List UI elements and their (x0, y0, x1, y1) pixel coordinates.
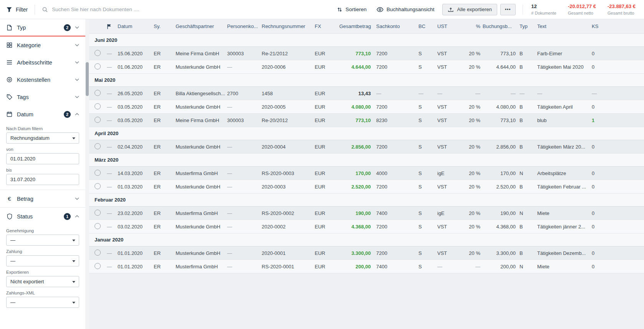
nach-datum-filtern-label: Nach Datum filtern (6, 126, 79, 131)
stat-dokumente: 12 # Dokumente (531, 3, 556, 15)
table-row[interactable]: —03.05.2020ERMeine Firma GmbH300003Re-20… (89, 114, 644, 127)
summary-stats: 12 # Dokumente -20.012,77 € Gesamt netto… (531, 3, 636, 15)
scrollbar-thumb[interactable] (86, 62, 89, 96)
sidebar-section-status[interactable]: Status1 (0, 208, 85, 225)
cell-fx: EUR (315, 104, 339, 110)
table-row[interactable]: —26.05.2020ERBilla Aktiengesellsch...270… (89, 87, 644, 100)
cell-bbetrag: 773,10 (483, 117, 520, 123)
search-input[interactable] (52, 7, 327, 12)
genehmigung-select[interactable]: — (6, 235, 79, 246)
column-header-typ[interactable]: Typ (520, 23, 537, 29)
row-select-radio[interactable] (95, 117, 101, 123)
filter-button[interactable]: Filter (6, 7, 28, 13)
von-input[interactable] (10, 156, 75, 162)
column-header-ks[interactable]: KS (592, 23, 644, 29)
genehmigung-label: Genehmigung (6, 228, 79, 233)
cell-sy: ER (154, 224, 176, 230)
cell-ks: 0 (592, 224, 644, 230)
sidebar-section-betrag[interactable]: €Betrag (0, 190, 85, 207)
zahlung-select[interactable]: — (6, 255, 79, 266)
group-header: März 2020 (89, 154, 644, 167)
table-row[interactable]: —03.05.2020ERMusterkunde GmbH—2020-0005E… (89, 100, 644, 114)
cell-pct: — (461, 264, 483, 269)
row-select-radio[interactable] (95, 63, 101, 69)
column-header-pct[interactable]: % (461, 23, 483, 29)
nach-datum-filtern-select[interactable]: Rechnungsdatum (6, 132, 79, 144)
row-select-radio[interactable] (95, 90, 101, 96)
cell-fx: EUR (315, 64, 339, 70)
bis-input[interactable] (10, 177, 75, 182)
flag-icon[interactable] (107, 24, 118, 29)
cell-gesamt: 190,00 (339, 210, 376, 216)
column-header-skonto[interactable]: Sachkonto (376, 23, 418, 29)
table-row[interactable]: —01.01.2020ERMusterkunde GmbH—2020-0001E… (89, 246, 644, 260)
cell-sy: ER (154, 64, 176, 70)
sort-button[interactable]: Sortieren (337, 7, 367, 12)
accounting-view-button[interactable]: Buchhaltungsansicht (377, 7, 435, 12)
column-header-gesamt[interactable]: Gesamtbetrag (339, 23, 376, 29)
column-header-datum[interactable]: Datum (118, 23, 154, 29)
row-select-radio[interactable] (95, 143, 101, 149)
row-select-radio[interactable] (95, 263, 101, 269)
sidebar-section-kostenstellen[interactable]: Kostenstellen (0, 71, 85, 88)
cell-skonto: 7200 (376, 184, 418, 190)
table-row[interactable]: —03.02.2020ERMusterkunde GmbH—2020-0002E… (89, 220, 644, 233)
sidebar-section-tags[interactable]: Tags (0, 88, 85, 106)
tag-icon (6, 94, 13, 100)
cell-text: Tätigkeiten Februar ... (537, 184, 592, 190)
cell-pct: 20 % (461, 104, 483, 110)
column-header-bc[interactable]: BC (418, 23, 437, 29)
cell-bbetrag: 4.368,00 (483, 224, 520, 230)
sidebar-section-datum[interactable]: Datum2 (0, 106, 85, 123)
cell-typ: B (520, 184, 537, 190)
cell-flag: — (107, 144, 118, 150)
table-row[interactable]: —02.04.2020ERMusterkunde GmbH—2020-0004E… (89, 140, 644, 154)
cell-sy: ER (154, 170, 176, 176)
zahlungs-xml-select[interactable]: — (6, 297, 79, 308)
sidebar-scrollbar[interactable] (85, 19, 89, 329)
row-select-radio[interactable] (95, 103, 101, 109)
cell-datum: 14.03.2020 (118, 170, 154, 176)
table-row[interactable]: —01.06.2020ERMusterkunde GmbH—2020-0006E… (89, 60, 644, 74)
sidebar-section-arbeitsschritte[interactable]: Arbeitsschritte (0, 54, 85, 71)
cell-bbetrag: 3.300,00 (483, 250, 520, 256)
table-row[interactable]: —01.03.2020ERMusterkunde GmbH—2020-0003E… (89, 180, 644, 193)
column-header-partner[interactable]: Geschäftspartner (176, 23, 227, 29)
export-all-button[interactable]: Alle exportieren (442, 4, 497, 15)
cell-pct: 20 % (461, 51, 483, 56)
column-header-bbetrag[interactable]: Buchungsb... (483, 23, 520, 29)
table-row[interactable]: —01.01.2020ERMusterfirma GmbH—RS-2020-00… (89, 260, 644, 273)
column-header-ust[interactable]: UST (437, 23, 461, 29)
row-select-radio[interactable] (95, 170, 101, 176)
sidebar-section-typ[interactable]: Typ2 (0, 19, 85, 36)
column-header-fx[interactable]: FX (315, 23, 339, 29)
column-header-pkonto[interactable]: Personenko... (227, 23, 262, 29)
cell-typ: B (520, 117, 537, 123)
column-header-sy[interactable]: Sy. (154, 23, 176, 29)
table-row[interactable]: —23.02.2020ERMusterfirma GmbH—RS-2020-00… (89, 207, 644, 220)
row-select-radio[interactable] (95, 50, 101, 56)
row-select-cell (95, 183, 107, 190)
group-header: Februar 2020 (89, 193, 644, 207)
table-row[interactable]: —14.03.2020ERMusterfirma GmbH—RS-2020-00… (89, 167, 644, 180)
cell-sy: ER (154, 104, 176, 110)
cell-bc: S (418, 184, 437, 190)
column-header-text[interactable]: Text (537, 23, 592, 29)
row-select-radio[interactable] (95, 223, 101, 229)
row-select-radio[interactable] (95, 250, 101, 256)
exportieren-select[interactable]: Nicht exportiert (6, 276, 79, 287)
sidebar-section-kategorie[interactable]: Kategorie (0, 36, 85, 54)
row-select-radio[interactable] (95, 183, 101, 189)
column-header-renr[interactable]: Rechnungsnummer (262, 23, 315, 29)
more-actions-button[interactable]: ••• (500, 4, 516, 15)
row-select-radio[interactable] (95, 210, 101, 216)
cell-pkonto: 300003 (227, 117, 262, 123)
chevron-down-icon (75, 26, 79, 29)
cell-bbetrag: 773,10 (483, 51, 520, 56)
cell-pct: 20 % (461, 144, 483, 150)
cell-pct: 20 % (461, 224, 483, 230)
cell-ks: 0 (592, 170, 644, 176)
table-row[interactable]: —15.06.2020ERMeine Firma GmbH300003Re-21… (89, 47, 644, 60)
row-select-cell (95, 143, 107, 150)
stat-gesamt-brutto: -23.887,63 € Gesamt brutto (607, 3, 636, 15)
